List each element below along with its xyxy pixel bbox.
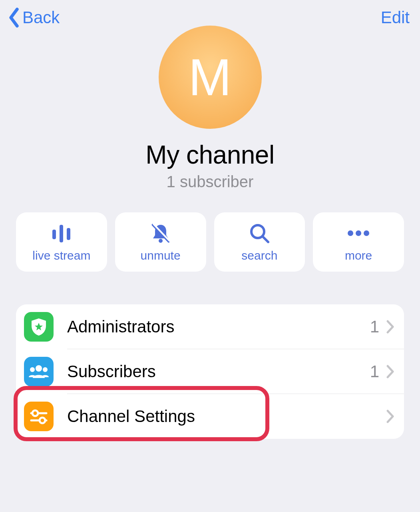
channel-title: My channel bbox=[145, 140, 274, 170]
svg-point-12 bbox=[36, 365, 42, 372]
chevron-left-icon bbox=[7, 7, 21, 28]
administrators-row[interactable]: Administrators 1 bbox=[16, 304, 404, 349]
svg-point-13 bbox=[30, 367, 35, 372]
svg-rect-0 bbox=[52, 230, 56, 239]
back-label: Back bbox=[22, 8, 60, 27]
administrators-label: Administrators bbox=[67, 317, 370, 336]
live-stream-button[interactable]: live stream bbox=[16, 212, 107, 272]
unmute-label: unmute bbox=[141, 249, 181, 262]
settings-list: Administrators 1 Subscribers 1 bbox=[16, 304, 404, 439]
more-icon bbox=[346, 222, 371, 245]
back-button[interactable]: Back bbox=[7, 7, 60, 28]
channel-settings-row[interactable]: Channel Settings bbox=[16, 394, 404, 439]
chevron-right-icon bbox=[386, 365, 394, 378]
svg-point-8 bbox=[348, 230, 353, 236]
shield-star-icon bbox=[24, 312, 54, 342]
subscribers-count: 1 bbox=[370, 362, 379, 381]
svg-rect-1 bbox=[60, 225, 63, 242]
edit-button[interactable]: Edit bbox=[381, 8, 410, 27]
subscribers-label: Subscribers bbox=[67, 362, 370, 381]
sliders-icon bbox=[24, 402, 54, 431]
subscriber-count: 1 subscriber bbox=[167, 173, 254, 191]
channel-avatar[interactable]: M bbox=[159, 26, 262, 129]
people-icon bbox=[24, 357, 54, 386]
svg-line-7 bbox=[263, 236, 268, 242]
search-icon bbox=[248, 222, 271, 245]
channel-settings-label: Channel Settings bbox=[67, 407, 386, 426]
live-stream-icon bbox=[50, 222, 73, 245]
chevron-right-icon bbox=[386, 320, 394, 334]
svg-point-18 bbox=[40, 418, 45, 423]
subscribers-row[interactable]: Subscribers 1 bbox=[16, 349, 404, 394]
bell-off-icon bbox=[149, 222, 172, 245]
search-button[interactable]: search bbox=[214, 212, 305, 272]
search-label: search bbox=[241, 249, 277, 262]
chevron-right-icon bbox=[386, 410, 394, 423]
svg-point-9 bbox=[356, 230, 361, 236]
unmute-button[interactable]: unmute bbox=[115, 212, 206, 272]
more-button[interactable]: more bbox=[313, 212, 404, 272]
svg-point-10 bbox=[364, 230, 369, 236]
svg-point-3 bbox=[159, 239, 163, 243]
administrators-count: 1 bbox=[370, 317, 379, 336]
svg-point-14 bbox=[43, 367, 48, 372]
avatar-letter: M bbox=[188, 47, 231, 107]
live-stream-label: live stream bbox=[32, 249, 90, 262]
svg-rect-2 bbox=[67, 228, 70, 240]
svg-point-16 bbox=[32, 410, 38, 416]
more-label: more bbox=[345, 249, 372, 262]
